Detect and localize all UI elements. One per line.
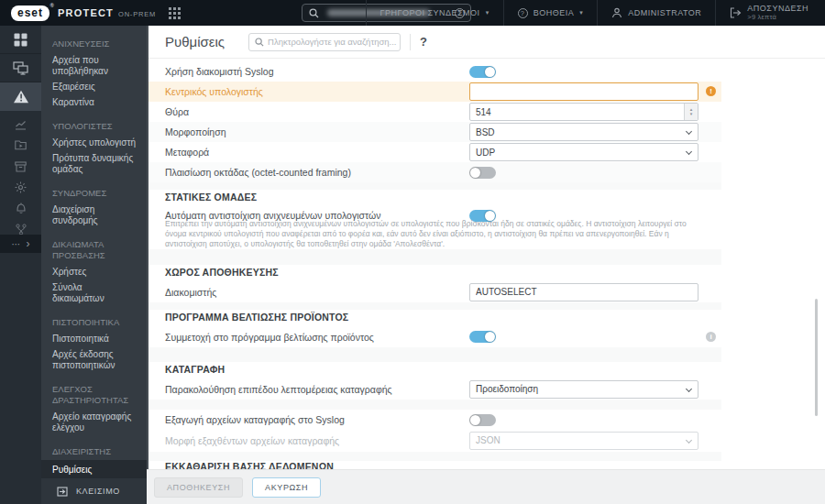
nav-installers[interactable] xyxy=(0,156,41,177)
help-menu[interactable]: ? ΒΟΗΘΕΙΑ ▾ xyxy=(503,0,598,26)
settings-search-input[interactable] xyxy=(268,37,400,47)
setting-label: Κεντρικός υπολογιστής xyxy=(165,86,263,97)
product-edition: ON-PREM xyxy=(118,10,156,18)
installers-icon xyxy=(15,161,27,172)
setting-row-use-syslog: Χρήση διακομιστή Syslog xyxy=(147,61,721,82)
policies-icon xyxy=(15,181,27,193)
setting-label: Χρήση διακομιστή Syslog xyxy=(165,66,274,77)
chevron-down-icon: ▾ xyxy=(579,9,583,16)
nav-computers[interactable] xyxy=(0,54,41,82)
sidebar-item-license-management[interactable]: Διαχείριση συνδρομής xyxy=(41,202,147,228)
setting-row-export-syslog: Εξαγωγή αρχείων καταγραφής στο Syslog xyxy=(147,410,721,430)
nav-policies[interactable] xyxy=(0,177,41,198)
top-header: eset ® PROTECT ON-PREM ? ΓΡΗΓΟΡΟΙ ΣΥΝΔΕΣ… xyxy=(0,0,825,26)
octet-framing-toggle[interactable] xyxy=(469,167,496,179)
sidebar-item-quarantine[interactable]: Καραντίνα xyxy=(41,94,147,110)
spinner-icon[interactable]: ▴▾ xyxy=(684,104,698,120)
collapse-sidebar-button[interactable]: ΚΛΕΙΣΙΜΟ xyxy=(41,478,147,504)
use-syslog-toggle[interactable] xyxy=(469,66,496,78)
computers-icon xyxy=(13,61,28,75)
eset-logo: eset ® xyxy=(11,5,50,21)
nav-section-certificates: ΠΙΣΤΟΠΟΙΗΤΙΚΑ xyxy=(52,317,136,328)
logout-label: ΑΠΟΣΥΝΔΕΣΗ xyxy=(747,4,808,13)
settings-panel: Χρήση διακομιστή Syslog Κεντρικός υπολογ… xyxy=(147,59,825,469)
sidebar-item-certificate-authorities[interactable]: Αρχές έκδοσης πιστοποιητικών xyxy=(41,346,147,373)
page-help-button[interactable]: ? xyxy=(420,35,427,49)
quick-links-label: ΓΡΗΓΟΡΟΙ ΣΥΝΔΕΣΜΟΙ xyxy=(380,8,480,17)
setting-row-syslog-transport: Μεταφορά UDP xyxy=(147,142,721,162)
vertical-scrollbar[interactable] xyxy=(815,299,818,416)
content-left-scroll-track[interactable] xyxy=(147,26,148,469)
auto-pairing-description: Επιτρέπει την αυτόματη αντιστοίχιση ανιχ… xyxy=(165,219,710,249)
logout-button[interactable]: ΑΠΟΣΥΝΔΕΣΗ >9 λεπτά xyxy=(715,0,825,26)
setting-row-syslog-format: Μορφοποίηση BSD xyxy=(147,122,721,142)
info-badge-icon: i xyxy=(706,332,716,342)
sidebar-item-computer-users[interactable]: Χρήστες υπολογιστή xyxy=(41,135,147,150)
sidebar-item-permission-sets[interactable]: Σύνολα δικαιωμάτων xyxy=(41,279,147,306)
setting-row-export-format: Μορφή εξαχθέντων αρχείων καταγραφής JSON xyxy=(147,430,721,451)
sidebar-item-audit-log[interactable]: Αρχείο καταγραφής ελέγχου xyxy=(41,409,147,435)
syslog-transport-select[interactable]: UDP xyxy=(469,143,698,161)
syslog-format-select[interactable]: BSD xyxy=(469,123,698,141)
registered-mark: ® xyxy=(50,3,55,8)
log-verbosity-select[interactable]: Προειδοποίηση xyxy=(469,380,698,399)
setting-label: Διακομιστής xyxy=(165,287,216,298)
logout-countdown: >9 λεπτά xyxy=(747,13,808,22)
nav-section-detections: ΑΝΙΧΝΕΥΣΕΙΣ xyxy=(52,38,136,49)
sidebar-item-users[interactable]: Χρήστες xyxy=(41,264,147,279)
setting-row-log-verbosity: Παρακολούθηση επιπέδου λεπτομέρειας κατα… xyxy=(147,378,721,400)
notifications-icon xyxy=(16,203,27,214)
section-header-repository: ΧΩΡΟΣ ΑΠΟΘΗΚΕΥΣΗΣ xyxy=(165,267,279,278)
improvement-toggle[interactable] xyxy=(469,331,496,343)
collapse-label: ΚΛΕΙΣΙΜΟ xyxy=(76,487,120,496)
sidebar-item-submitted-files[interactable]: Αρχεία που υποβλήθηκαν xyxy=(41,52,147,79)
sidebar-item-dynamic-group-templates[interactable]: Πρότυπα δυναμικής ομάδας xyxy=(41,150,147,177)
section-header-db-cleanup: ΕΚΚΑΘΑΡΙΣΗ ΒΑΣΗΣ ΔΕΔΟΜΕΝΩΝ xyxy=(165,461,334,469)
sidebar-item-exclusions[interactable]: Εξαιρέσεις xyxy=(41,79,147,94)
setting-label: Μορφοποίηση xyxy=(165,126,226,137)
dashboard-icon xyxy=(14,33,28,47)
eset-protect-console: eset ® PROTECT ON-PREM ? ΓΡΗΓΟΡΟΙ ΣΥΝΔΕΣ… xyxy=(0,0,825,504)
setting-label: Πλαισίωση οκτάδας (octet-counted framing… xyxy=(165,167,351,178)
selected-value: JSON xyxy=(476,435,500,445)
nav-more-expand[interactable]: ⋯ › xyxy=(0,235,41,253)
search-icon xyxy=(309,8,319,18)
setting-row-octet-framing: Πλαισίωση οκτάδας (octet-counted framing… xyxy=(147,162,721,182)
quick-links-menu[interactable]: ΓΡΗΓΟΡΟΙ ΣΥΝΔΕΣΜΟΙ ▾ xyxy=(366,0,503,26)
app-grid-icon[interactable] xyxy=(169,7,181,19)
selected-value: UDP xyxy=(476,148,495,158)
product-name: PROTECT xyxy=(58,7,114,18)
nav-reports[interactable] xyxy=(0,114,41,135)
setting-row-syslog-port: Θύρα ▴▾ xyxy=(147,102,721,122)
user-menu[interactable]: ADMINISTRATOR xyxy=(597,0,715,26)
syslog-host-input[interactable] xyxy=(469,82,698,101)
chevron-down-icon xyxy=(686,436,692,443)
collapse-icon xyxy=(57,487,68,497)
nav-tasks[interactable] xyxy=(0,135,41,156)
nav-section-admin: ΔΙΑΧΕΙΡΙΣΤΗΣ xyxy=(52,446,136,457)
nav-detections[interactable] xyxy=(0,82,41,111)
help-label: ΒΟΗΘΕΙΑ xyxy=(534,8,575,17)
nav-notifications[interactable] xyxy=(0,198,41,219)
reports-icon xyxy=(15,119,27,130)
selected-value: Προειδοποίηση xyxy=(476,384,538,394)
logout-icon xyxy=(730,7,742,18)
expand-icon: › xyxy=(27,237,30,250)
section-header-improvement: ΠΡΟΓΡΑΜΜΑ ΒΕΛΤΙΩΣΗΣ ΠΡΟΪΟΝΤΟΣ xyxy=(165,312,348,323)
nav-section-computers: ΥΠΟΛΟΓΙΣΤΕΣ xyxy=(52,121,136,132)
nav-section-audit: ΕΛΕΓΧΟΣ ΔΡΑΣΤΗΡΙΟΤΗΤΑΣ xyxy=(52,384,136,406)
export-logs-toggle[interactable] xyxy=(469,414,496,426)
nav-dashboard[interactable] xyxy=(0,26,41,54)
repository-server-input[interactable] xyxy=(469,283,698,301)
tasks-icon xyxy=(15,140,27,150)
syslog-port-input[interactable] xyxy=(469,103,698,121)
sidebar-item-certificates[interactable]: Πιστοποιητικά xyxy=(41,331,147,346)
sidebar-item-settings[interactable]: Ρυθμίσεις xyxy=(41,460,147,480)
chevron-down-icon: ▾ xyxy=(486,9,490,16)
user-label: ADMINISTRATOR xyxy=(628,8,701,17)
export-format-select: JSON xyxy=(469,432,698,450)
cancel-button[interactable]: ΑΚΥΡΩΣΗ xyxy=(252,477,321,498)
section-header-logging: ΚΑΤΑΓΡΑΦΗ xyxy=(165,364,225,375)
save-button[interactable]: ΑΠΟΘΗΚΕΥΣΗ xyxy=(154,477,243,498)
page-header: Ρυθμίσεις ? xyxy=(147,26,825,59)
